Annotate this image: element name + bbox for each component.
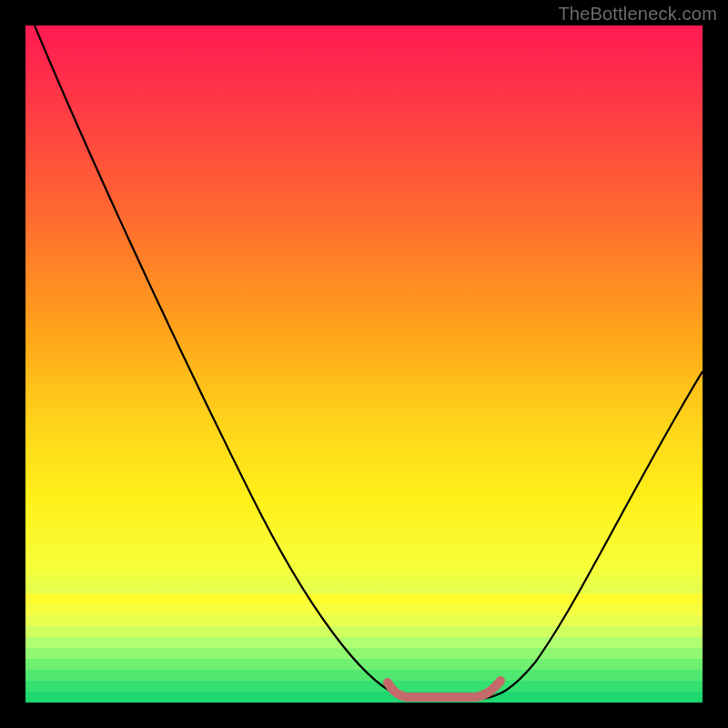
bottleneck-curve (35, 25, 703, 700)
optimal-range-marker (388, 681, 500, 697)
chart-frame: TheBottleneck.com (0, 0, 728, 728)
watermark-text: TheBottleneck.com (558, 4, 717, 25)
plot-area (25, 25, 703, 703)
curve-layer (25, 25, 703, 703)
